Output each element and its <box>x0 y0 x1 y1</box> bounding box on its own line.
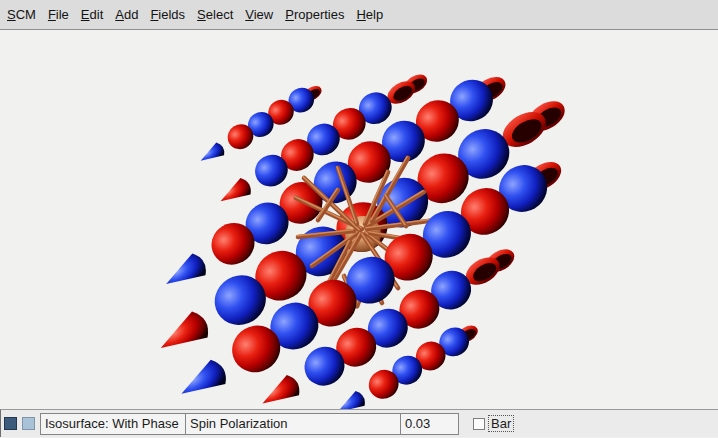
color-swatch-light[interactable] <box>22 417 35 430</box>
field-name-field[interactable]: Spin Polarization <box>185 413 401 435</box>
menu-item-select[interactable]: Select <box>191 0 239 29</box>
menu-item-label: Edit <box>81 0 103 29</box>
menu-item-label: SCM <box>7 0 36 29</box>
bar-checkbox-label[interactable]: Bar <box>489 416 513 431</box>
render-viewport[interactable] <box>0 30 718 409</box>
color-swatch-dark[interactable] <box>4 417 17 430</box>
menu-item-view[interactable]: View <box>239 0 279 29</box>
lobe-cone-blue <box>333 389 368 409</box>
menu-item-add[interactable]: Add <box>109 0 144 29</box>
menu-item-fields[interactable]: Fields <box>144 0 191 29</box>
lobe-cone-blue <box>174 356 231 406</box>
menu-item-label: Select <box>197 0 233 29</box>
menu-item-label: File <box>48 0 69 29</box>
molecule-render[interactable] <box>0 30 718 409</box>
isovalue-input[interactable]: 0.03 <box>400 413 459 435</box>
menu-item-label: View <box>245 0 273 29</box>
menu-item-help[interactable]: Help <box>350 0 389 29</box>
bar-checkbox[interactable] <box>473 418 485 430</box>
menu-item-file[interactable]: File <box>42 0 75 29</box>
menu-item-label: Add <box>115 0 138 29</box>
menu-item-edit[interactable]: Edit <box>75 0 109 29</box>
lobe-cone-red <box>216 176 254 210</box>
lobe-cone-blue <box>160 251 210 295</box>
menu-item-label: Help <box>356 0 383 29</box>
lobe-cone-red <box>256 372 303 409</box>
menu-bar: SCMFileEditAddFieldsSelectViewProperties… <box>0 0 718 30</box>
lobe-cone-red <box>153 308 213 361</box>
menu-item-scm[interactable]: SCM <box>1 0 42 29</box>
menu-item-label: Properties <box>285 0 344 29</box>
lobe-cone-blue <box>197 141 227 167</box>
menu-item-properties[interactable]: Properties <box>279 0 350 29</box>
status-bar: Isosurface: With Phase Spin Polarization… <box>0 409 718 437</box>
isosurface-mode-field[interactable]: Isosurface: With Phase <box>40 413 186 435</box>
menu-item-label: Fields <box>150 0 185 29</box>
